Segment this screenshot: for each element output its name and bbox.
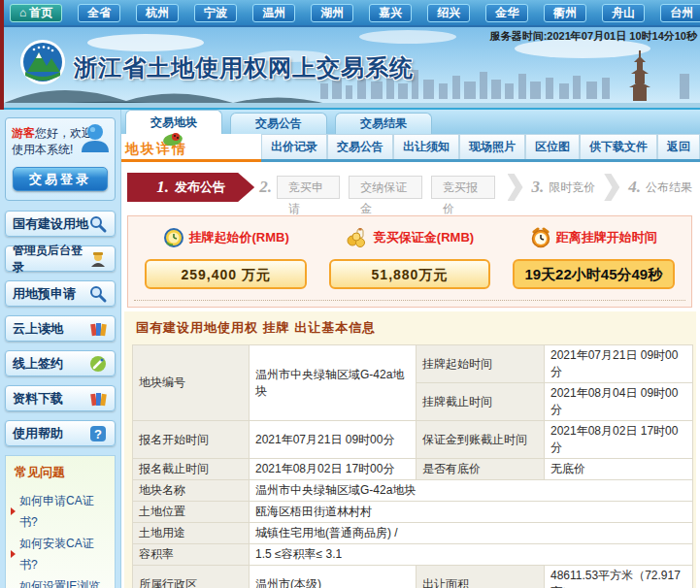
table-row: 报名开始时间 2021年07月21日 09时00分 保证金到账截止时间 2021… [133,421,693,459]
nav-shaoxing-button[interactable]: 绍兴 [427,4,470,22]
chevron-right-icon [604,174,619,201]
table-row: 土地位置 瓯海区梧田街道林村村 [133,502,693,523]
user-welcome-panel: 游客您好，欢迎 使用本系统! 交易登录 [5,117,116,201]
field-value: 2021年08月02日 17时00分 [545,421,693,459]
transfer-notice-button[interactable]: 出让须知 [393,134,459,159]
left-red-edge [0,0,4,110]
field-label: 报名截止时间 [133,459,250,480]
back-button[interactable]: 返回 [657,134,700,159]
price-panel: 挂牌起始价(RMB) 259,400 万元 竞买保证金(RMB) [127,215,692,308]
location-map-button[interactable]: 区位图 [525,134,580,159]
tab-bar: 交易地块 交易公告 交易结果 [121,110,700,134]
field-value: 温州市中央绿轴区域G-42a地块 [250,345,417,421]
nav-province-button[interactable]: 全省 [78,4,120,22]
pay-deposit-button[interactable]: 交纳保证金 [349,176,422,199]
countdown-value: 19天22小时45分49秒 [513,259,675,289]
main-content: 交易地块 交易公告 交易结果 地块详情 出价记录 交易公告 出让须知 现场照片 … [121,110,700,588]
faq-link-install-ca[interactable]: 如何安装CA证书? [11,533,110,575]
step-publish-announcement: 1.发布公告 [127,173,254,202]
sidebar-item-cloud-land-reading[interactable]: 云上读地 [5,315,116,342]
alarm-clock-icon [530,227,551,248]
faq-panel: 常见问题 如何申请CA证书? 如何安装CA证书? 如何设置IE浏览器? 如何进行… [5,455,116,588]
nav-jiaxing-button[interactable]: 嘉兴 [369,4,412,22]
step-2: 2. [259,178,272,197]
subheader: 地块详情 出价记录 交易公告 出让须知 现场照片 区位图 供下载文件 返回 [121,134,700,162]
nav-quzhou-button[interactable]: 衢州 [544,4,586,22]
chevron-right-icon [508,174,523,201]
field-value: 瓯海区梧田街道林村村 [250,502,693,523]
table-row: 容积率 1.5 ≤容积率≤ 3.1 [133,544,693,566]
faq-title: 常见问题 [15,464,110,481]
sidebar-item-admin-login[interactable]: 管理员后台登录 [5,245,116,272]
trade-login-button[interactable]: 交易登录 [13,167,108,191]
sidebar-item-help[interactable]: 使用帮助 ? [5,420,116,446]
bid-application-button[interactable]: 竞买申请 [277,176,340,199]
admin-icon [88,249,108,269]
site-logo [19,39,66,85]
field-label: 地块名称 [133,480,250,502]
download-files-button[interactable]: 供下载文件 [580,134,657,159]
field-label: 容积率 [133,544,250,566]
magnifier-icon [88,214,108,234]
user-avatar-icon [79,121,112,154]
sidebar-item-online-signing[interactable]: 线上签约 [5,350,116,376]
nav-home-button[interactable]: ⌂ 首页 [10,4,62,22]
nav-jinhua-button[interactable]: 金华 [485,4,528,22]
field-label: 保证金到账截止时间 [417,421,545,459]
nav-huzhou-button[interactable]: 湖州 [311,4,353,22]
field-value: 2021年08月02日 17时00分 [250,459,417,480]
field-value: 48611.53平方米（72.917亩） [545,566,693,588]
deposit-block: 竞买保证金(RMB) 51,880万元 [317,227,501,289]
header-banner: 浙江省土地使用权网上交易系统 服务器时间:2021年07月01日 10时14分1… [0,27,700,110]
nav-wenzhou-button[interactable]: 温州 [252,4,295,22]
field-value: 温州市中央绿轴区域G-42a地块 [250,480,693,502]
svg-text:?: ? [94,427,102,441]
tab-trading-results[interactable]: 交易结果 [335,113,432,134]
tab-trading-announcements[interactable]: 交易公告 [230,113,327,134]
step-timed-bidding: 3.限时竞价 [532,178,596,197]
nav-zhoushan-button[interactable]: 舟山 [602,4,645,22]
field-value: 2021年07月21日 09时00分 [545,345,693,383]
pen-icon [88,354,108,374]
money-icon [346,227,369,248]
nav-taizhou-button[interactable]: 台州 [660,4,700,22]
table-row: 报名截止时间 2021年08月02日 17时00分 是否有底价 无底价 [133,459,693,480]
books-icon [88,389,108,408]
field-value: 2021年08月04日 09时00分 [545,383,693,421]
table-row: 地块编号 温州市中央绿轴区域G-42a地块 挂牌起始时间 2021年07月21日… [133,345,693,383]
site-photos-button[interactable]: 现场照片 [459,134,525,159]
nav-ningbo-button[interactable]: 宁波 [194,4,237,22]
magnifier-icon [88,284,108,304]
ladybug-leaf-icon [162,130,183,147]
field-label: 土地位置 [133,502,250,523]
field-label: 土地用途 [133,523,250,544]
starting-price-value: 259,400 万元 [145,259,307,289]
detail-toolbar: 出价记录 交易公告 出让须知 现场照片 区位图 供下载文件 返回 [261,134,700,162]
faq-link-ie-setup[interactable]: 如何设置IE浏览器? [11,575,110,588]
home-icon: ⌂ [19,7,26,18]
table-row: 所属行政区 温州市(本级) 出让面积 48611.53平方米（72.917亩） [133,566,693,588]
sidebar: 游客您好，欢迎 使用本系统! 交易登录 国有建设用地 管理员后台登录 用地预申请 [0,110,121,588]
field-label: 挂牌截止时间 [417,383,545,421]
bullet-arrow-icon [11,507,16,515]
coin-icon [163,227,184,248]
field-label: 所属行政区 [133,566,250,588]
sidebar-item-land-pre-application[interactable]: 用地预申请 [5,280,116,307]
field-value: 无底价 [545,459,693,480]
field-label: 地块编号 [133,345,250,421]
faq-link-apply-ca[interactable]: 如何申请CA证书? [11,490,110,533]
bullet-arrow-icon [11,550,16,558]
bid-record-button[interactable]: 出价记录 [261,134,327,159]
bid-quote-button[interactable]: 竞买报价 [431,176,494,199]
nav-hangzhou-button[interactable]: 杭州 [136,4,179,22]
trade-announcement-button[interactable]: 交易公告 [327,134,393,159]
starting-price-block: 挂牌起始价(RMB) 259,400 万元 [134,227,317,289]
guest-label: 游客 [12,126,35,140]
basic-info-section: 国有建设用地使用权 挂牌 出让基本信息 地块编号 温州市中央绿轴区域G-42a地… [124,311,696,588]
field-value: 2021年07月21日 09时00分 [250,421,417,459]
sidebar-item-state-owned-land[interactable]: 国有建设用地 [5,211,116,237]
dotted-divider [134,300,685,301]
sidebar-item-downloads[interactable]: 资料下载 [5,385,116,411]
table-row: 土地用途 城镇住宅用地(普通商品房) / [133,523,693,544]
top-nav: ⌂ 首页 全省 杭州 宁波 温州 湖州 嘉兴 绍兴 金华 衢州 舟山 台州 丽水 [0,0,700,27]
